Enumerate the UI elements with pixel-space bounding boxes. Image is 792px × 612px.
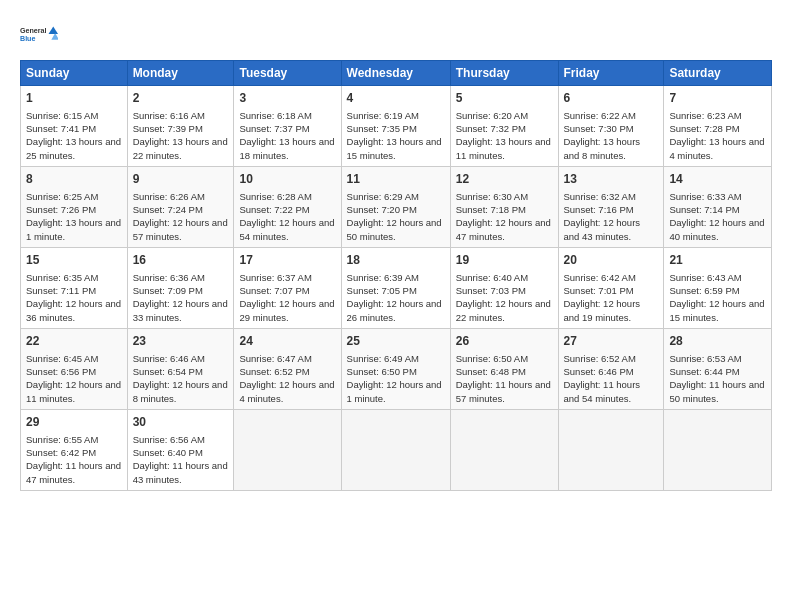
calendar-cell: 15 Sunrise: 6:35 AM Sunset: 7:11 PM Dayl… — [21, 247, 128, 328]
sunrise: Sunrise: 6:23 AM — [669, 110, 741, 121]
calendar-cell: 28 Sunrise: 6:53 AM Sunset: 6:44 PM Dayl… — [664, 328, 772, 409]
day-number: 5 — [456, 90, 553, 107]
sunrise: Sunrise: 6:19 AM — [347, 110, 419, 121]
sunset: Sunset: 6:50 PM — [347, 366, 417, 377]
day-number: 27 — [564, 333, 659, 350]
day-number: 25 — [347, 333, 445, 350]
calendar-cell: 25 Sunrise: 6:49 AM Sunset: 6:50 PM Dayl… — [341, 328, 450, 409]
weekday-header-sunday: Sunday — [21, 61, 128, 86]
sunrise: Sunrise: 6:45 AM — [26, 353, 98, 364]
day-number: 3 — [239, 90, 335, 107]
calendar-cell — [234, 409, 341, 490]
calendar-cell: 8 Sunrise: 6:25 AM Sunset: 7:26 PM Dayli… — [21, 166, 128, 247]
daylight: Daylight: 11 hours and 54 minutes. — [564, 379, 641, 403]
sunset: Sunset: 7:11 PM — [26, 285, 96, 296]
sunrise: Sunrise: 6:55 AM — [26, 434, 98, 445]
weekday-header-monday: Monday — [127, 61, 234, 86]
sunset: Sunset: 7:01 PM — [564, 285, 634, 296]
daylight: Daylight: 12 hours and 40 minutes. — [669, 217, 764, 241]
sunrise: Sunrise: 6:43 AM — [669, 272, 741, 283]
calendar-cell — [558, 409, 664, 490]
calendar-cell: 20 Sunrise: 6:42 AM Sunset: 7:01 PM Dayl… — [558, 247, 664, 328]
calendar-cell: 5 Sunrise: 6:20 AM Sunset: 7:32 PM Dayli… — [450, 86, 558, 167]
day-number: 9 — [133, 171, 229, 188]
sunset: Sunset: 7:26 PM — [26, 204, 96, 215]
sunset: Sunset: 7:30 PM — [564, 123, 634, 134]
calendar-cell: 30 Sunrise: 6:56 AM Sunset: 6:40 PM Dayl… — [127, 409, 234, 490]
weekday-header-friday: Friday — [558, 61, 664, 86]
sunrise: Sunrise: 6:28 AM — [239, 191, 311, 202]
calendar-cell: 10 Sunrise: 6:28 AM Sunset: 7:22 PM Dayl… — [234, 166, 341, 247]
day-number: 6 — [564, 90, 659, 107]
sunset: Sunset: 6:42 PM — [26, 447, 96, 458]
sunrise: Sunrise: 6:49 AM — [347, 353, 419, 364]
sunset: Sunset: 7:03 PM — [456, 285, 526, 296]
daylight: Daylight: 12 hours and 50 minutes. — [347, 217, 442, 241]
calendar: SundayMondayTuesdayWednesdayThursdayFrid… — [20, 60, 772, 491]
sunrise: Sunrise: 6:35 AM — [26, 272, 98, 283]
sunset: Sunset: 7:28 PM — [669, 123, 739, 134]
daylight: Daylight: 13 hours and 25 minutes. — [26, 136, 121, 160]
day-number: 19 — [456, 252, 553, 269]
sunrise: Sunrise: 6:30 AM — [456, 191, 528, 202]
day-number: 8 — [26, 171, 122, 188]
calendar-cell: 14 Sunrise: 6:33 AM Sunset: 7:14 PM Dayl… — [664, 166, 772, 247]
sunset: Sunset: 7:20 PM — [347, 204, 417, 215]
calendar-cell: 2 Sunrise: 6:16 AM Sunset: 7:39 PM Dayli… — [127, 86, 234, 167]
day-number: 29 — [26, 414, 122, 431]
daylight: Daylight: 11 hours and 47 minutes. — [26, 460, 121, 484]
sunset: Sunset: 6:46 PM — [564, 366, 634, 377]
day-number: 13 — [564, 171, 659, 188]
day-number: 22 — [26, 333, 122, 350]
daylight: Daylight: 12 hours and 22 minutes. — [456, 298, 551, 322]
day-number: 30 — [133, 414, 229, 431]
sunset: Sunset: 7:05 PM — [347, 285, 417, 296]
daylight: Daylight: 13 hours and 8 minutes. — [564, 136, 641, 160]
calendar-cell: 27 Sunrise: 6:52 AM Sunset: 6:46 PM Dayl… — [558, 328, 664, 409]
sunset: Sunset: 7:39 PM — [133, 123, 203, 134]
sunrise: Sunrise: 6:18 AM — [239, 110, 311, 121]
day-number: 14 — [669, 171, 766, 188]
calendar-cell: 3 Sunrise: 6:18 AM Sunset: 7:37 PM Dayli… — [234, 86, 341, 167]
weekday-header-thursday: Thursday — [450, 61, 558, 86]
daylight: Daylight: 12 hours and 1 minute. — [347, 379, 442, 403]
sunset: Sunset: 7:22 PM — [239, 204, 309, 215]
daylight: Daylight: 13 hours and 15 minutes. — [347, 136, 442, 160]
sunrise: Sunrise: 6:53 AM — [669, 353, 741, 364]
sunset: Sunset: 6:54 PM — [133, 366, 203, 377]
sunrise: Sunrise: 6:40 AM — [456, 272, 528, 283]
daylight: Daylight: 12 hours and 57 minutes. — [133, 217, 228, 241]
sunset: Sunset: 6:40 PM — [133, 447, 203, 458]
sunrise: Sunrise: 6:32 AM — [564, 191, 636, 202]
sunrise: Sunrise: 6:22 AM — [564, 110, 636, 121]
sunrise: Sunrise: 6:16 AM — [133, 110, 205, 121]
daylight: Daylight: 12 hours and 26 minutes. — [347, 298, 442, 322]
calendar-cell — [341, 409, 450, 490]
daylight: Daylight: 12 hours and 54 minutes. — [239, 217, 334, 241]
sunrise: Sunrise: 6:42 AM — [564, 272, 636, 283]
sunrise: Sunrise: 6:29 AM — [347, 191, 419, 202]
calendar-cell: 17 Sunrise: 6:37 AM Sunset: 7:07 PM Dayl… — [234, 247, 341, 328]
weekday-header-saturday: Saturday — [664, 61, 772, 86]
daylight: Daylight: 12 hours and 11 minutes. — [26, 379, 121, 403]
sunset: Sunset: 6:59 PM — [669, 285, 739, 296]
calendar-cell: 18 Sunrise: 6:39 AM Sunset: 7:05 PM Dayl… — [341, 247, 450, 328]
day-number: 16 — [133, 252, 229, 269]
day-number: 4 — [347, 90, 445, 107]
sunrise: Sunrise: 6:20 AM — [456, 110, 528, 121]
calendar-cell: 24 Sunrise: 6:47 AM Sunset: 6:52 PM Dayl… — [234, 328, 341, 409]
sunrise: Sunrise: 6:52 AM — [564, 353, 636, 364]
sunrise: Sunrise: 6:46 AM — [133, 353, 205, 364]
sunset: Sunset: 6:48 PM — [456, 366, 526, 377]
weekday-header-wednesday: Wednesday — [341, 61, 450, 86]
calendar-cell: 23 Sunrise: 6:46 AM Sunset: 6:54 PM Dayl… — [127, 328, 234, 409]
daylight: Daylight: 12 hours and 15 minutes. — [669, 298, 764, 322]
calendar-cell: 4 Sunrise: 6:19 AM Sunset: 7:35 PM Dayli… — [341, 86, 450, 167]
day-number: 11 — [347, 171, 445, 188]
sunrise: Sunrise: 6:37 AM — [239, 272, 311, 283]
day-number: 18 — [347, 252, 445, 269]
calendar-cell — [664, 409, 772, 490]
day-number: 28 — [669, 333, 766, 350]
day-number: 23 — [133, 333, 229, 350]
weekday-header-tuesday: Tuesday — [234, 61, 341, 86]
